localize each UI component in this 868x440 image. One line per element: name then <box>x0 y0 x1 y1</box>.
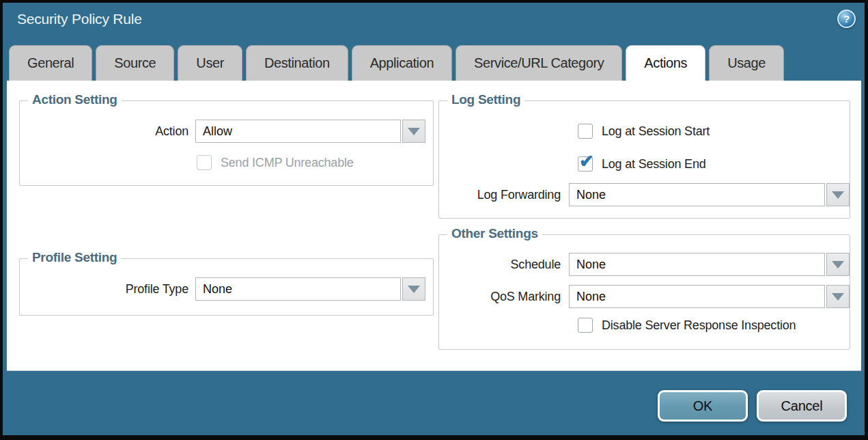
send-icmp-unreachable-checkbox <box>197 155 212 170</box>
disable-server-response-inspection-checkbox[interactable] <box>578 318 593 333</box>
cancel-button[interactable]: Cancel <box>757 390 847 422</box>
profile-type-dropdown[interactable]: None <box>195 277 401 301</box>
help-icon[interactable]: ? <box>837 10 856 28</box>
profile-setting-group: Profile Setting Profile Type None <box>19 258 434 316</box>
tab-destination[interactable]: Destination <box>246 45 348 81</box>
profile-type-label: Profile Type <box>20 282 195 297</box>
log-forwarding-dropdown[interactable]: None <box>569 183 825 206</box>
schedule-dropdown-button[interactable] <box>826 253 850 276</box>
action-dropdown-value: Allow <box>203 124 232 139</box>
tab-bar: General Source User Destination Applicat… <box>9 45 784 81</box>
profile-type-dropdown-value: None <box>203 282 232 297</box>
send-icmp-unreachable-label: Send ICMP Unreachable <box>221 156 354 170</box>
schedule-label: Schedule <box>439 258 569 272</box>
qos-marking-dropdown-value: None <box>576 290 606 304</box>
schedule-dropdown[interactable]: None <box>569 253 825 276</box>
action-dropdown[interactable]: Allow <box>195 120 401 143</box>
tab-application[interactable]: Application <box>352 45 452 81</box>
ok-button[interactable]: OK <box>658 390 748 422</box>
chevron-down-icon <box>832 293 844 301</box>
tab-service-url-category[interactable]: Service/URL Category <box>456 45 622 81</box>
log-at-session-end-checkbox[interactable]: ✔ <box>578 156 593 171</box>
qos-marking-dropdown[interactable]: None <box>569 285 825 308</box>
tab-actions[interactable]: Actions <box>626 45 705 81</box>
other-settings-legend: Other Settings <box>447 226 542 241</box>
tab-source[interactable]: Source <box>96 45 174 81</box>
log-setting-group: Log Setting Log at Session Start ✔ Log a… <box>438 100 850 219</box>
chevron-down-icon <box>408 128 420 135</box>
actions-tab-panel: Action Setting Action Allow Send ICMP Un… <box>7 81 861 371</box>
tab-general[interactable]: General <box>9 45 92 81</box>
action-setting-legend: Action Setting <box>28 92 122 107</box>
log-at-session-start-label: Log at Session Start <box>602 124 710 139</box>
action-dropdown-button[interactable] <box>402 120 425 143</box>
other-settings-group: Other Settings Schedule None QoS Marking… <box>438 234 850 350</box>
schedule-dropdown-value: None <box>576 258 606 272</box>
action-label: Action <box>20 124 195 139</box>
tab-usage[interactable]: Usage <box>709 45 784 81</box>
security-policy-rule-dialog: Security Policy Rule ? General Source Us… <box>0 0 868 440</box>
qos-marking-label: QoS Marking <box>439 290 569 304</box>
log-at-session-end-label: Log at Session End <box>602 157 706 171</box>
tab-user[interactable]: User <box>178 45 242 81</box>
log-setting-legend: Log Setting <box>447 92 524 107</box>
log-forwarding-dropdown-button[interactable] <box>826 183 850 206</box>
profile-setting-legend: Profile Setting <box>28 250 121 265</box>
chevron-down-icon <box>832 191 844 199</box>
check-icon: ✔ <box>579 152 594 170</box>
log-forwarding-label: Log Forwarding <box>439 188 569 202</box>
dialog-title: Security Policy Rule <box>17 11 142 27</box>
qos-marking-dropdown-button[interactable] <box>826 285 850 308</box>
chevron-down-icon <box>408 286 420 293</box>
action-setting-group: Action Setting Action Allow Send ICMP Un… <box>19 100 434 186</box>
log-at-session-start-checkbox[interactable] <box>578 124 593 139</box>
log-forwarding-dropdown-value: None <box>576 188 606 202</box>
profile-type-dropdown-button[interactable] <box>402 277 425 301</box>
disable-server-response-inspection-label: Disable Server Response Inspection <box>602 318 796 333</box>
chevron-down-icon <box>832 261 844 269</box>
